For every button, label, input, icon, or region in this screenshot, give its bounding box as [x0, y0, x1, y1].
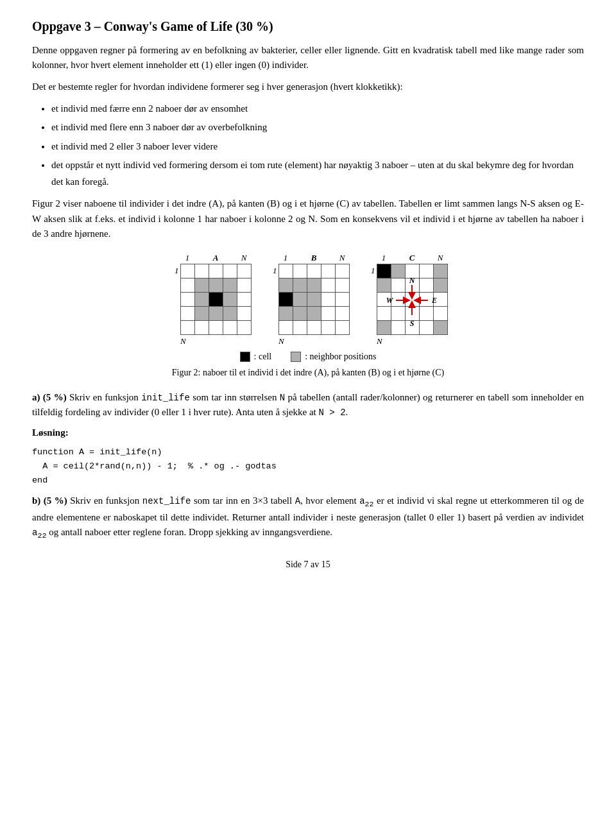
legend-neighbor-box: [291, 352, 301, 362]
figures-row: 1 A N 1: [32, 253, 584, 347]
part-a-code1: init_life: [141, 393, 190, 403]
figure-caption: Figur 2: naboer til et individ i det ind…: [32, 366, 584, 380]
rule-1: et individ med færre enn 2 naboer dør av…: [51, 101, 584, 117]
page-title: Oppgave 3 – Conway's Game of Life (30 %): [32, 19, 584, 34]
part-a-code2: N: [280, 393, 285, 403]
figure-c: 1 C N 1: [365, 253, 448, 347]
grid-c: [377, 264, 448, 335]
legend-row: : cell : neighbor positions: [32, 352, 584, 362]
rule-3: et individ med 2 eller 3 naboer lever vi…: [51, 139, 584, 155]
page-number: Side 7 av 15: [286, 560, 330, 569]
part-a-code3: N > 2: [319, 407, 346, 418]
legend-cell-label: : cell: [254, 352, 272, 362]
fig-c-col-label-1: 1: [377, 253, 391, 263]
fig-a-bottom-N: N: [180, 336, 251, 347]
fig-a-col-label-1: 1: [180, 253, 194, 263]
grid-a: [180, 264, 252, 335]
figure-a: 1 A N 1: [169, 253, 252, 347]
part-a-text4: .: [346, 407, 348, 417]
intro-paragraph-2: Det er bestemte regler for hvordan indiv…: [32, 80, 584, 94]
part-a-text2: som tar inn størrelsen: [190, 392, 280, 402]
legend-cell-item: : cell: [240, 352, 272, 362]
rules-list: et individ med færre enn 2 naboer dør av…: [51, 101, 584, 191]
fig-a-col-label-N: N: [237, 253, 251, 263]
fig-a-col-label-A: A: [209, 253, 223, 263]
losning-label: Løsning:: [32, 425, 584, 440]
part-a-text1: Skriv en funksjon: [69, 392, 141, 402]
figure-description: Figur 2 viser naboene til individer i de…: [32, 196, 584, 241]
intro-paragraph-1: Denne oppgaven regner på formering av en…: [32, 43, 584, 73]
part-b-a22-ref: a22: [32, 527, 46, 538]
part-a-label: a) (5 %): [32, 392, 67, 402]
fig-b-col-label-1: 1: [278, 253, 293, 263]
part-b-text1: Skriv en funksjon: [70, 495, 142, 506]
rule-4: det oppstår et nytt individ ved formerin…: [51, 157, 584, 190]
part-b-code1: next_life: [142, 496, 191, 506]
part-b-text3: , hvor element: [300, 495, 359, 506]
rule-2: et individ med flere enn 3 naboer dør av…: [51, 119, 584, 136]
legend-neighbor-item: : neighbor positions: [291, 352, 376, 362]
grid-b: [278, 264, 350, 335]
fig-b-col-label-B: B: [307, 253, 321, 263]
legend-cell-box: [240, 352, 250, 362]
fig-b-col-label-N: N: [335, 253, 349, 263]
figure-b: 1 B N 1: [267, 253, 350, 347]
fig-c-row-label-1: 1: [365, 264, 377, 278]
part-a-question: a) (5 %) Skriv en funksjon init_life som…: [32, 390, 584, 420]
fig-c-col-label-C: C: [405, 253, 419, 263]
code-block-a: function A = init_life(n) A = ceil(2*ran…: [32, 445, 584, 487]
fig-c-col-label-N: N: [433, 253, 447, 263]
page-footer: Side 7 av 15: [32, 560, 584, 570]
part-b-code2: A: [295, 496, 300, 506]
part-b-label: b) (5 %): [32, 495, 67, 506]
fig-b-bottom-N: N: [278, 336, 349, 347]
part-b-question: b) (5 %) Skriv en funksjon next_life som…: [32, 493, 584, 542]
fig-b-row-label-1: 1: [267, 264, 278, 278]
part-b-text5: og antall naboer etter reglene foran. Dr…: [46, 527, 332, 537]
part-b-a22-main: a22: [359, 496, 373, 506]
fig-c-bottom-N: N: [377, 336, 447, 347]
legend-neighbor-label: : neighbor positions: [305, 352, 376, 362]
part-b-text2: som tar inn en 3×3 tabell: [191, 495, 295, 506]
fig-a-row-label-1: 1: [169, 264, 180, 278]
